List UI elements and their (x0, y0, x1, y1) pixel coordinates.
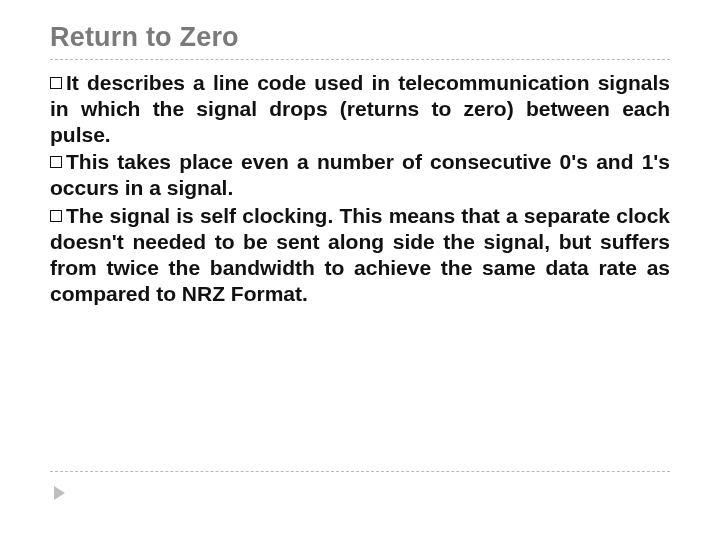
bullet-text: The signal is self clocking. This means … (50, 204, 670, 304)
list-item: The signal is self clocking. This means … (50, 203, 670, 306)
bullet-text: It describes a line code used in telecom… (50, 71, 670, 146)
list-item: This takes place even a number of consec… (50, 149, 670, 201)
bullet-text: This takes place even a number of consec… (50, 150, 670, 199)
play-arrow-icon (54, 486, 65, 500)
checkbox-icon (50, 210, 62, 222)
checkbox-icon (50, 77, 62, 89)
title-divider (50, 59, 670, 60)
checkbox-icon (50, 156, 62, 168)
footer-divider (50, 471, 670, 472)
slide: Return to Zero It describes a line code … (0, 0, 720, 540)
page-title: Return to Zero (50, 22, 670, 53)
list-item: It describes a line code used in telecom… (50, 70, 670, 147)
content-block: It describes a line code used in telecom… (50, 70, 670, 306)
